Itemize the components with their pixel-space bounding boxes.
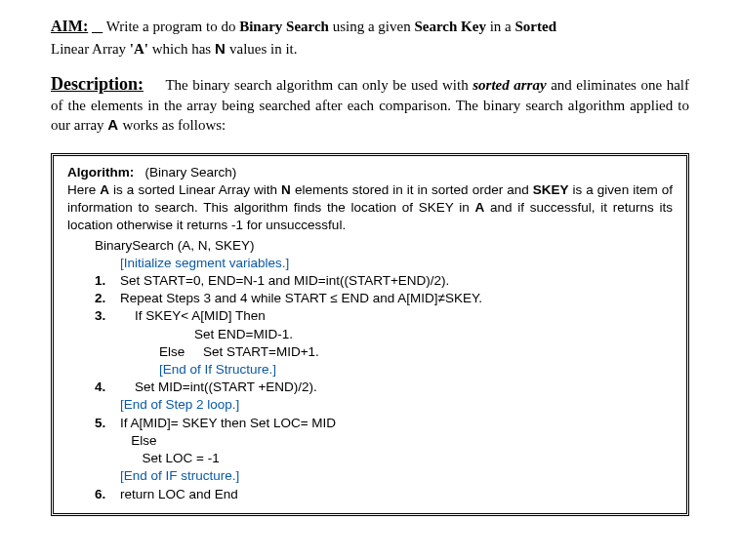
aim-text-2: using a given — [333, 19, 415, 34]
aim-n: N — [215, 40, 226, 57]
algorithm-intro-a: Here — [67, 182, 100, 197]
step-body-4: Set MID=int((START +END)/2). — [120, 379, 673, 396]
algorithm-comment-1: [Initialize segment variables.] — [120, 255, 673, 272]
step3-if: If SKEY< A[MID] Then — [135, 308, 266, 323]
aim-section: AIM: Write a program to do Binary Search… — [51, 16, 689, 37]
algorithm-box: Algorithm: (Binary Search) Here A is a s… — [51, 153, 689, 516]
description-section: Description: The binary search algorithm… — [51, 72, 689, 136]
aim-label: AIM: — [51, 18, 88, 34]
aim-array-name: 'A' — [130, 41, 148, 57]
algorithm-step-4: 4. Set MID=int((START +END)/2). — [95, 379, 673, 396]
aim-line2-end: values in it. — [229, 41, 298, 57]
description-label: Description: — [51, 74, 144, 94]
algorithm-comment-2: [End of If Structure.] — [159, 361, 673, 379]
step3-else: Else — [159, 344, 185, 359]
aim-line2-mid: which has — [152, 41, 215, 57]
aim-line2-pre: Linear Array — [51, 41, 130, 57]
step-body-2: Repeat Steps 3 and 4 while START ≤ END a… — [120, 290, 673, 307]
algorithm-intro-A: A — [100, 182, 109, 197]
algorithm-intro-SKEY: SKEY — [533, 182, 569, 197]
aim-bold-2: Search Key — [414, 19, 485, 34]
algorithm-step-1: 1. Set START=0, END=N-1 and MID=int((STA… — [95, 272, 673, 290]
step-number-6: 6. — [95, 486, 120, 503]
algorithm-intro: Algorithm: (Binary Search) Here A is a s… — [67, 164, 673, 235]
step5-setloc-text: Set LOC = -1 — [143, 451, 220, 465]
algorithm-intro-A2: A — [475, 200, 485, 215]
step-body-6: return LOC and End — [120, 486, 673, 503]
step3-set-end: Set END=MID-1. — [194, 326, 673, 343]
algorithm-intro-N: N — [281, 182, 291, 197]
algorithm-title-rest: (Binary Search) — [145, 165, 237, 180]
step-body-3: If SKEY< A[MID] Then — [120, 307, 673, 325]
step5-else: Else — [120, 432, 673, 450]
algorithm-intro-b: is a sorted Linear Array with — [113, 182, 281, 197]
step3-set-start: Set START=MID+1. — [203, 344, 319, 359]
aim-underpad — [92, 19, 103, 34]
step-number-5: 5. — [95, 415, 120, 432]
aim-line2: Linear Array 'A' which has N values in i… — [51, 39, 689, 59]
desc-text-3: works as follows: — [122, 117, 226, 133]
aim-bold-3: Sorted — [515, 19, 557, 34]
desc-sorted-array: sorted array — [473, 77, 546, 93]
step3-else-row: Else Set START=MID+1. — [159, 343, 673, 361]
desc-array-A: A — [107, 116, 118, 133]
step-number-2: 2. — [95, 290, 120, 307]
algorithm-intro-c: elements stored in it in sorted order an… — [295, 182, 533, 197]
step4-set: Set MID=int((START +END)/2). — [135, 380, 317, 394]
algorithm-step-3: 3. If SKEY< A[MID] Then — [95, 307, 673, 325]
aim-text-3: in a — [490, 19, 515, 34]
step-number-4: 4. — [95, 379, 120, 396]
desc-text-1: The binary search algorithm can only be … — [165, 77, 473, 93]
step-number-3: 3. — [95, 307, 120, 325]
algorithm-step-5: 5. If A[MID]= SKEY then Set LOC= MID — [95, 415, 673, 432]
step5-setloc: Set LOC = -1 — [120, 450, 673, 467]
algorithm-title-label: Algorithm: — [67, 165, 134, 180]
aim-bold-1: Binary Search — [239, 19, 329, 34]
step-body-5: If A[MID]= SKEY then Set LOC= MID — [120, 415, 673, 432]
step-body-1: Set START=0, END=N-1 and MID=int((START+… — [120, 272, 673, 290]
algorithm-step-2: 2. Repeat Steps 3 and 4 while START ≤ EN… — [95, 290, 673, 307]
step-number-1: 1. — [95, 272, 120, 290]
algorithm-fn: BinarySearch (A, N, SKEY) — [95, 237, 673, 255]
aim-text-1: Write a program to do — [106, 19, 239, 34]
step5-else-text: Else — [131, 433, 156, 448]
algorithm-comment-3: [End of Step 2 loop.] — [120, 396, 673, 414]
algorithm-comment-4: [End of IF structure.] — [120, 467, 673, 485]
algorithm-step-6: 6. return LOC and End — [95, 486, 673, 503]
